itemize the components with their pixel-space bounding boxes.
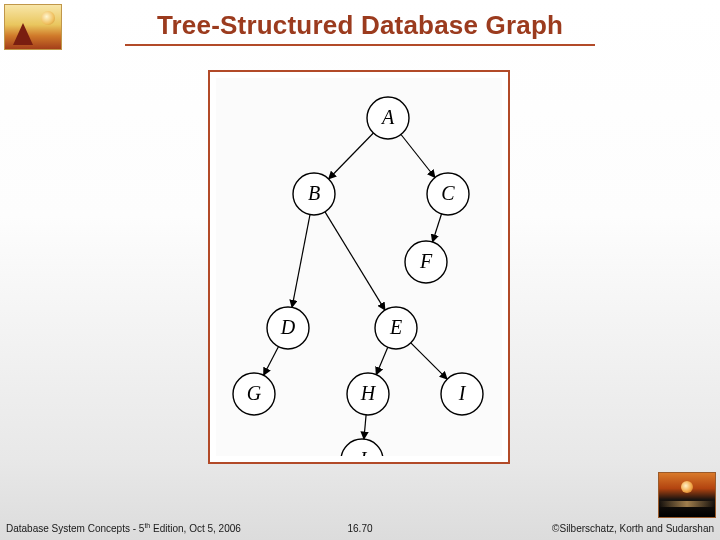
tree-graph-figure: ABCDEFGHIJ xyxy=(216,78,502,456)
slide-title: Tree-Structured Database Graph xyxy=(0,10,720,41)
node-label-A: A xyxy=(380,106,395,128)
node-label-E: E xyxy=(389,316,402,338)
edge-A-B xyxy=(329,133,374,179)
edge-E-H xyxy=(376,347,388,374)
edge-H-J xyxy=(364,415,366,439)
edge-E-I xyxy=(411,343,447,379)
footer: Database System Concepts - 5th Edition, … xyxy=(0,516,720,534)
node-label-J: J xyxy=(358,448,368,456)
node-label-B: B xyxy=(308,182,320,204)
node-label-F: F xyxy=(419,250,433,272)
sunset-logo xyxy=(658,472,716,518)
edge-D-G xyxy=(264,347,279,376)
node-label-C: C xyxy=(441,182,455,204)
node-label-I: I xyxy=(458,382,467,404)
edge-C-F xyxy=(433,214,442,242)
edge-B-E xyxy=(325,212,385,310)
edge-B-D xyxy=(292,215,310,308)
node-label-G: G xyxy=(247,382,262,404)
node-label-H: H xyxy=(360,382,377,404)
node-label-D: D xyxy=(280,316,296,338)
title-underline xyxy=(125,44,595,46)
edge-A-C xyxy=(401,135,435,178)
copyright: ©Silberschatz, Korth and Sudarshan xyxy=(552,523,714,534)
tree-graph-svg: ABCDEFGHIJ xyxy=(216,78,502,456)
figure-frame: ABCDEFGHIJ xyxy=(208,70,510,464)
